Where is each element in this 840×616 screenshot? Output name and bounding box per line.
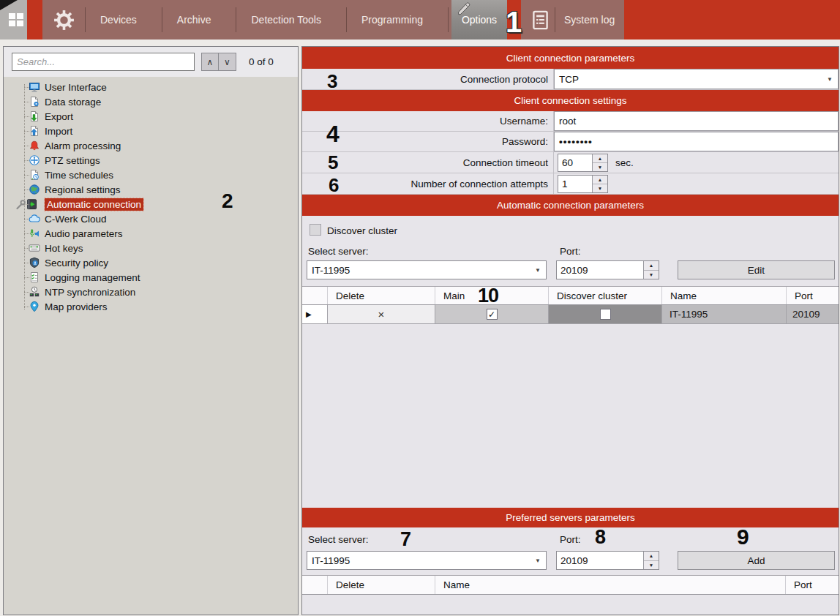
cloud-icon <box>29 213 40 225</box>
data-storage-icon <box>29 96 40 108</box>
tab-system-log[interactable]: System log <box>564 14 615 26</box>
section-header-client-connection-parameters: Client connection parameters <box>302 47 839 69</box>
tree-item-label: Alarm processing <box>45 140 121 151</box>
delete-x-icon[interactable]: × <box>378 308 385 320</box>
system-log-section: System log <box>521 0 624 40</box>
keyboard-icon <box>29 242 40 254</box>
tab-archive[interactable]: Archive <box>162 14 226 26</box>
annotation-7: 7 <box>400 530 410 549</box>
search-next-button[interactable]: ∨ <box>219 53 236 71</box>
connection-attempts-stepper[interactable]: 1 ▲▼ <box>558 175 608 193</box>
connection-protocol-label: Connection protocol <box>302 69 554 89</box>
servers-table-header: Delete Main Discover cluster Name Port <box>302 287 839 305</box>
connection-protocol-select[interactable]: TCP ▼ <box>554 69 839 89</box>
search-input[interactable] <box>12 53 195 71</box>
port-value: 20109 <box>557 261 643 279</box>
log-checklist-icon <box>29 271 40 283</box>
main-cell: ✓ <box>435 305 549 324</box>
preferred-servers-block: Select server: Port: IT-11995 ▼ 20109 ▲▼… <box>302 527 839 576</box>
delete-row-cell[interactable]: × <box>328 305 435 324</box>
server-select-dropdown[interactable]: IT-11995 ▼ <box>307 260 547 279</box>
app-grid-icon[interactable] <box>6 11 26 33</box>
main-checkbox-checked[interactable]: ✓ <box>487 309 498 320</box>
tree-item-label: Data storage <box>45 97 101 108</box>
connection-protocol-row: Connection protocol TCP ▼ <box>302 69 839 90</box>
server-select-value: IT-11995 <box>312 265 350 276</box>
globe-icon <box>29 184 40 195</box>
tree-item-export[interactable]: Export <box>4 109 298 124</box>
tree-item-import[interactable]: Import <box>4 124 298 138</box>
preferred-port-stepper[interactable]: 20109 ▲▼ <box>556 551 659 570</box>
connection-protocol-value: TCP <box>559 74 579 85</box>
tree-item-ntp-synchronization[interactable]: NTP synchronization <box>4 285 298 299</box>
search-prev-button[interactable]: ∧ <box>201 53 219 71</box>
shield-user-icon <box>29 257 40 268</box>
tree-item-automatic-connection[interactable]: Automatic connection <box>4 197 298 211</box>
spin-down-icon[interactable]: ▼ <box>644 271 659 279</box>
spin-up-icon[interactable]: ▲ <box>644 552 659 561</box>
add-button-label: Add <box>747 555 765 566</box>
tree-item-cwerk-cloud[interactable]: C-Werk Cloud <box>4 211 298 226</box>
annotation-10: 10 <box>478 286 498 306</box>
add-button[interactable]: Add <box>678 551 835 570</box>
tab-detection-tools[interactable]: Detection Tools <box>236 14 335 26</box>
tree-item-audio-parameters[interactable]: Audio parameters <box>4 226 298 241</box>
tab-programming[interactable]: Programming <box>347 14 438 26</box>
window-corner-wedge <box>0 0 18 10</box>
import-icon <box>29 125 40 137</box>
discover-cluster-cell <box>549 305 662 324</box>
preferred-servers-table-header: Delete Name Port <box>302 576 839 595</box>
preferred-server-select-dropdown[interactable]: IT-11995 ▼ <box>307 551 547 570</box>
tree-item-regional-settings[interactable]: Regional settings <box>4 182 298 197</box>
tree-item-data-storage[interactable]: Data storage <box>4 94 298 109</box>
clock-servers-icon <box>29 286 40 298</box>
connection-timeout-row: Connection timeout 60 ▲▼ sec. <box>302 152 839 173</box>
discover-cluster-label: Discover cluster <box>327 225 397 236</box>
username-row: Username: root <box>302 111 839 132</box>
spin-up-icon[interactable]: ▲ <box>593 154 607 163</box>
preferred-servers-table-empty-area <box>302 595 839 615</box>
discover-cluster-row-checkbox[interactable] <box>600 309 611 320</box>
connection-timeout-stepper[interactable]: 60 ▲▼ <box>558 154 608 172</box>
tree-item-logging-management[interactable]: Logging management <box>4 270 298 285</box>
connection-attempts-value: 1 <box>558 176 592 192</box>
section-header-automatic-connection-parameters: Automatic connection parameters <box>302 195 839 216</box>
tree-item-label: Regional settings <box>45 184 121 195</box>
spin-up-icon[interactable]: ▲ <box>644 261 659 271</box>
username-field[interactable]: root <box>554 111 839 131</box>
row-selector-column-header <box>302 287 328 304</box>
tab-devices[interactable]: Devices <box>86 14 151 26</box>
tree-item-label: User Interface <box>45 82 107 93</box>
tree-item-ptz-settings[interactable]: PTZ settings <box>4 153 298 168</box>
connection-attempts-label: Number of connection attempts <box>302 173 554 194</box>
settings-tree: User Interface Data storage Export Impor… <box>4 77 298 314</box>
tree-item-security-policy[interactable]: Security policy <box>4 255 298 270</box>
discover-cluster-checkbox[interactable] <box>310 224 321 236</box>
tree-item-hot-keys[interactable]: Hot keys <box>4 241 298 255</box>
settings-sidebar: ∧ ∨ 0 of 0 User Interface Data storage E… <box>3 46 299 615</box>
password-field[interactable]: •••••••• <box>554 132 839 151</box>
report-icon[interactable] <box>530 10 550 31</box>
servers-table-empty-area <box>302 324 839 508</box>
settings-gear-icon[interactable] <box>53 10 75 31</box>
edit-button[interactable]: Edit <box>678 260 835 279</box>
alarm-bell-icon <box>29 140 40 151</box>
server-table-row[interactable]: ▶ × ✓ IT-11995 20109 <box>302 305 839 324</box>
tree-item-label: Logging management <box>45 272 140 283</box>
annotation-4: 4 <box>326 122 339 146</box>
spin-down-icon[interactable]: ▼ <box>593 163 607 171</box>
tree-item-label: Audio parameters <box>45 228 123 239</box>
spin-down-icon[interactable]: ▼ <box>644 561 659 570</box>
tree-item-alarm-processing[interactable]: Alarm processing <box>4 138 298 153</box>
tree-item-user-interface[interactable]: User Interface <box>4 80 298 94</box>
spin-down-icon[interactable]: ▼ <box>593 184 607 192</box>
tree-item-time-schedules[interactable]: Time schedules <box>4 168 298 182</box>
tab-divider <box>555 7 555 32</box>
spin-up-icon[interactable]: ▲ <box>593 176 607 184</box>
annotation-6: 6 <box>329 176 338 195</box>
sidebar-search-bar: ∧ ∨ 0 of 0 <box>4 47 298 77</box>
schedule-clock-icon <box>29 169 40 181</box>
port-stepper[interactable]: 20109 ▲▼ <box>556 260 659 279</box>
tree-item-map-providers[interactable]: Map providers <box>4 299 298 314</box>
tree-item-label: NTP synchronization <box>45 287 135 298</box>
